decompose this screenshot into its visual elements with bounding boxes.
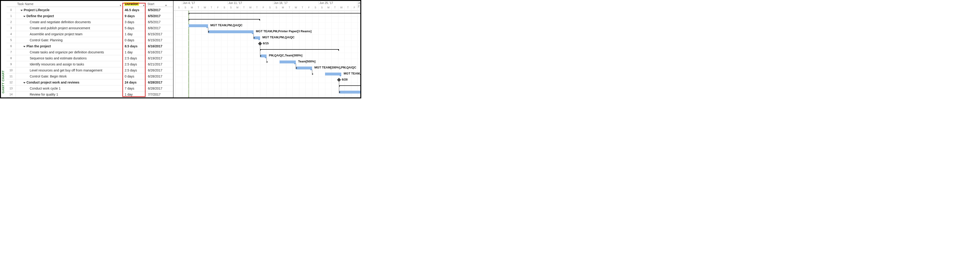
col-header-start[interactable]: Start ▼: [146, 1, 168, 7]
table-row[interactable]: Create tasks and organize per definition…: [16, 49, 173, 55]
duration-cell[interactable]: 46.5 days: [123, 7, 146, 13]
milestone-label: 6/15: [263, 41, 269, 45]
start-cell[interactable]: 6/5/2017: [146, 19, 168, 25]
table-row[interactable]: Conduct work cycle 17 days6/28/2017: [16, 86, 173, 91]
start-cell[interactable]: 6/21/2017: [146, 61, 168, 67]
task-name: Control Gate: Begin Work: [30, 75, 67, 78]
start-cell[interactable]: 6/28/2017: [146, 79, 168, 85]
milestone-diamond-icon[interactable]: [258, 42, 262, 46]
row-number[interactable]: 0: [6, 7, 16, 13]
column-headers: Task Name ▼ Duration ▼ Start ▼: [16, 1, 173, 7]
start-cell[interactable]: 6/19/2017: [146, 55, 168, 61]
duration-cell[interactable]: 24 days: [123, 79, 146, 85]
task-bar[interactable]: [280, 60, 296, 63]
duration-cell[interactable]: 0 days: [123, 37, 146, 43]
start-cell[interactable]: 6/15/2017: [146, 37, 168, 43]
row-number[interactable]: 10: [6, 67, 16, 73]
table-row[interactable]: Sequence tasks and estimate durations2.5…: [16, 55, 173, 61]
table-row[interactable]: Assemble and organize project team1 day6…: [16, 31, 173, 37]
table-row[interactable]: Create and negotiate definition document…: [16, 19, 173, 25]
start-cell[interactable]: 6/28/2017: [146, 86, 168, 91]
task-bar[interactable]: [339, 91, 360, 94]
row-number[interactable]: 8: [6, 55, 16, 61]
duration-cell[interactable]: 1 day: [123, 91, 146, 97]
task-name: Project Lifecycle: [24, 8, 49, 12]
row-number[interactable]: 12: [6, 79, 16, 86]
duration-cell[interactable]: 5 days: [123, 25, 146, 31]
duration-cell[interactable]: 9 days: [123, 13, 146, 19]
row-number[interactable]: 5: [6, 37, 16, 43]
chevron-down-icon[interactable]: ▼: [143, 4, 145, 7]
summary-bar[interactable]: [189, 19, 260, 19]
duration-cell[interactable]: 8.5 days: [123, 43, 146, 49]
col-header-duration[interactable]: Duration ▼: [123, 1, 146, 7]
summary-bar[interactable]: [189, 13, 360, 13]
table-row[interactable]: Identify resources and assign to tasks2.…: [16, 61, 173, 67]
task-bar-label: MGT TEAM,PM,Printer Paper[3 Reams]: [256, 30, 312, 33]
task-name: Review for quality 1: [30, 93, 58, 96]
start-cell[interactable]: 6/16/2017: [146, 49, 168, 55]
table-row[interactable]: Level resources and get buy off from man…: [16, 67, 173, 73]
start-cell[interactable]: 6/5/2017: [146, 7, 168, 13]
duration-cell[interactable]: 2.5 days: [123, 67, 146, 73]
gantt-row: 6/15: [173, 41, 360, 47]
start-cell[interactable]: 6/16/2017: [146, 43, 168, 49]
row-number[interactable]: 9: [6, 61, 16, 67]
row-number[interactable]: 3: [6, 25, 16, 31]
duration-cell[interactable]: 3 days: [123, 19, 146, 25]
task-grid[interactable]: 01234567891011121314 Task Name ▼ Duratio…: [6, 1, 173, 97]
duration-cell[interactable]: 0 days: [123, 73, 146, 79]
row-number[interactable]: 7: [6, 49, 16, 55]
task-bar[interactable]: [189, 24, 208, 27]
table-row[interactable]: Project Lifecycle46.5 days6/5/2017: [16, 7, 173, 13]
duration-cell[interactable]: 2.5 days: [123, 55, 146, 61]
row-number[interactable]: 1: [6, 13, 16, 19]
collapse-icon[interactable]: [23, 16, 25, 17]
start-cell[interactable]: 6/5/2017: [146, 13, 168, 19]
collapse-icon[interactable]: [21, 10, 23, 11]
start-cell[interactable]: 6/28/2017: [146, 73, 168, 79]
duration-cell[interactable]: 1 day: [123, 49, 146, 55]
duration-cell[interactable]: 1 day: [123, 31, 146, 37]
gantt-timeline[interactable]: Jun 4, '17Jun 11, '17Jun 18, '17Jun 25, …: [173, 1, 360, 97]
table-row[interactable]: Control Gate: Planning0 days6/15/2017: [16, 37, 173, 43]
row-number[interactable]: 6: [6, 43, 16, 49]
gantt-row: [173, 95, 360, 97]
row-number[interactable]: 11: [6, 73, 16, 79]
task-bar[interactable]: [208, 30, 253, 33]
gantt-row: [173, 89, 360, 95]
col-header-start-label: Start: [148, 2, 154, 6]
task-bar[interactable]: [296, 67, 312, 70]
chevron-down-icon[interactable]: ▼: [119, 4, 122, 7]
row-number[interactable]: 14: [6, 91, 16, 97]
row-number[interactable]: 13: [6, 86, 16, 91]
task-name: Identify resources and assign to tasks: [30, 62, 84, 66]
start-cell[interactable]: 7/7/2017: [146, 91, 168, 97]
collapse-icon[interactable]: [23, 46, 25, 48]
task-name: Plan the project: [27, 44, 51, 48]
start-cell[interactable]: 6/15/2017: [146, 31, 168, 37]
table-row[interactable]: Define the project9 days6/5/2017: [16, 13, 173, 19]
duration-cell[interactable]: 2.5 days: [123, 61, 146, 67]
table-row[interactable]: Control Gate: Begin Work0 days6/28/2017: [16, 73, 173, 79]
row-number[interactable]: 4: [6, 31, 16, 37]
collapse-icon[interactable]: [23, 82, 25, 84]
task-bar[interactable]: [325, 73, 341, 75]
duration-cell[interactable]: 7 days: [123, 86, 146, 91]
col-header-duration-label: Duration: [124, 2, 139, 6]
table-row[interactable]: Create and publish project announcement5…: [16, 25, 173, 31]
table-row[interactable]: Plan the project8.5 days6/16/2017: [16, 43, 173, 49]
gantt-row: [173, 83, 360, 89]
summary-bar[interactable]: [339, 86, 360, 86]
week-label: Jun 18, '17: [273, 2, 288, 5]
chevron-down-icon[interactable]: ▼: [165, 4, 167, 7]
milestone-diamond-icon[interactable]: [337, 78, 341, 82]
summary-bar[interactable]: [260, 49, 339, 50]
row-number[interactable]: 2: [6, 19, 16, 25]
start-cell[interactable]: 6/8/2017: [146, 25, 168, 31]
start-cell[interactable]: 6/26/2017: [146, 67, 168, 73]
table-row[interactable]: Review for quality 11 day7/7/2017: [16, 91, 173, 97]
col-header-task[interactable]: Task Name ▼: [16, 1, 123, 7]
table-row[interactable]: Conduct project work and reviews24 days6…: [16, 79, 173, 86]
task-bar-label: MGT TEAM,PM,QA/QC: [210, 24, 243, 27]
